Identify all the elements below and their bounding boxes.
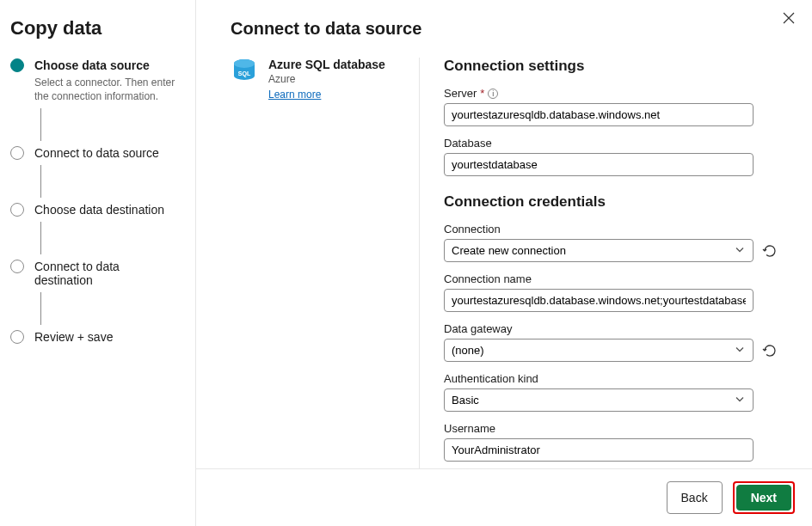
wizard-footer: Back Next [196, 468, 812, 526]
main-panel: Connect to data source SQL [196, 0, 812, 526]
server-label: Server [444, 87, 477, 100]
username-input[interactable] [444, 438, 754, 462]
step-bullet-icon [10, 203, 24, 217]
gateway-label: Data gateway [444, 322, 513, 335]
step-title: Choose data source [34, 58, 150, 72]
svg-point-1 [234, 59, 255, 68]
connection-name-label: Connection name [444, 272, 532, 285]
page-title: Connect to data source [231, 19, 778, 39]
wizard-sidebar: Copy data Choose data source Select a co… [0, 0, 196, 526]
refresh-icon [762, 243, 778, 259]
auth-kind-label: Authentication kind [444, 372, 538, 385]
database-label: Database [444, 137, 492, 150]
step-title: Choose data destination [34, 203, 164, 217]
close-icon [783, 12, 795, 24]
step-bullet-icon [10, 146, 24, 160]
step-bullet-icon [10, 330, 24, 344]
wizard-steps: Choose data source Select a connector. T… [10, 58, 176, 344]
step-connector-icon [40, 222, 41, 254]
connection-select[interactable] [444, 239, 754, 262]
step-bullet-icon [10, 260, 24, 273]
refresh-connection-button[interactable] [762, 243, 778, 259]
wizard-title: Copy data [10, 17, 176, 40]
connection-label: Connection [444, 223, 501, 235]
next-button-highlight: Next [733, 481, 795, 514]
step-choose-data-destination[interactable]: Choose data destination [10, 203, 176, 254]
step-choose-data-source[interactable]: Choose data source Select a connector. T… [10, 58, 176, 141]
close-button[interactable] [783, 12, 795, 28]
data-source-provider: Azure [268, 73, 385, 85]
next-button[interactable]: Next [736, 485, 791, 511]
step-connector-icon [40, 165, 41, 198]
step-desc: Select a connector. Then enter the conne… [34, 76, 176, 103]
info-icon[interactable]: i [488, 89, 498, 99]
step-review-save[interactable]: Review + save [10, 330, 176, 344]
refresh-icon [762, 343, 778, 358]
required-indicator: * [480, 87, 484, 100]
step-connect-data-source[interactable]: Connect to data source [10, 146, 176, 198]
step-connector-icon [40, 108, 41, 141]
step-title: Connect to data source [34, 146, 159, 160]
refresh-gateway-button[interactable] [762, 343, 778, 358]
step-connector-icon [40, 292, 41, 325]
connection-form: Connection settings Server * i Database … [420, 58, 778, 468]
step-title: Connect to data destination [34, 260, 176, 287]
step-title: Review + save [34, 330, 113, 344]
server-input[interactable] [444, 103, 754, 126]
username-label: Username [444, 422, 495, 435]
back-button[interactable]: Back [667, 481, 723, 514]
step-bullet-icon [10, 58, 24, 72]
auth-kind-select[interactable] [444, 388, 754, 412]
svg-text:SQL: SQL [238, 70, 251, 77]
step-connect-data-destination[interactable]: Connect to data destination [10, 260, 176, 325]
gateway-select[interactable] [444, 339, 754, 362]
learn-more-link[interactable]: Learn more [268, 89, 321, 101]
data-source-name: Azure SQL database [268, 58, 385, 71]
section-connection-settings: Connection settings [444, 58, 778, 75]
connection-name-input[interactable] [444, 289, 754, 312]
azure-sql-icon: SQL [231, 58, 258, 85]
data-source-summary: SQL Azure SQL database Azure Learn more [231, 58, 420, 468]
section-connection-credentials: Connection credentials [444, 193, 778, 211]
database-input[interactable] [444, 153, 754, 176]
